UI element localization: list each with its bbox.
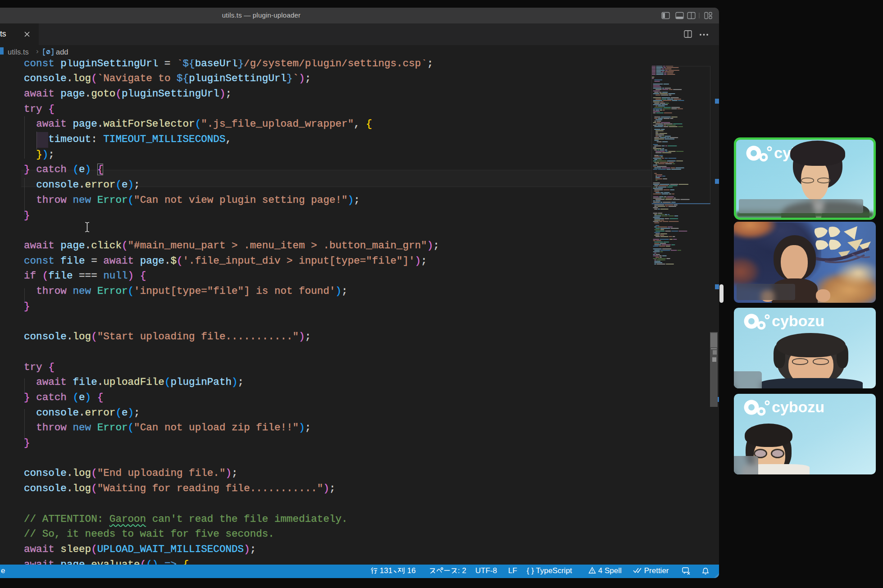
svg-text:cybozu: cybozu: [772, 398, 824, 415]
svg-text:cybozu: cybozu: [772, 312, 824, 329]
